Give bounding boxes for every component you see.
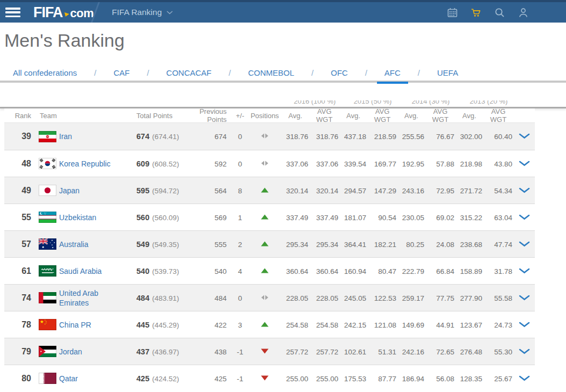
fifa-logo-com: com	[70, 8, 94, 19]
total-points-cell: 484(483.91)	[129, 293, 186, 303]
cart-icon[interactable]	[471, 8, 481, 18]
avg-cell: 339.54	[339, 159, 367, 169]
avg-wgt-cell: 72.95	[425, 186, 455, 195]
team-link[interactable]: Jordan	[59, 347, 82, 356]
avg-cell: 123.67	[455, 320, 483, 330]
calendar-icon[interactable]	[447, 8, 458, 18]
expand-row-chevron-icon[interactable]	[513, 239, 535, 249]
team-cell: Qatar	[59, 374, 129, 383]
avg-cell: 181.07	[339, 213, 367, 222]
team-cell: Saudi Arabia	[59, 266, 129, 276]
avg-cell: 243.16	[397, 186, 425, 195]
team-cell: Japan	[59, 186, 129, 195]
rank-cell: 80	[4, 374, 35, 383]
avg-wgt-cell: 255.00	[309, 374, 339, 383]
avg-wgt-cell: 169.77	[367, 159, 397, 169]
avg-wgt-cell: 218.59	[367, 132, 397, 141]
tab-all-confederations[interactable]: All confederations	[5, 63, 84, 82]
section-dropdown[interactable]: FIFA Ranking	[112, 8, 173, 17]
team-link[interactable]: United Arab Emirates	[59, 289, 98, 307]
expand-row-chevron-icon[interactable]	[513, 159, 535, 169]
avg-cell: 295.34	[281, 239, 309, 249]
team-link[interactable]: China PR	[59, 321, 91, 329]
col-header-previous-points: Previous Points	[186, 107, 232, 124]
avg-wgt-cell: 56.08	[425, 374, 455, 383]
expand-row-chevron-icon[interactable]	[513, 320, 535, 330]
expand-row-chevron-icon[interactable]	[513, 374, 535, 383]
expand-row-chevron-icon[interactable]	[513, 132, 535, 141]
avg-wgt-cell: 47.74	[483, 239, 513, 249]
team-link[interactable]: Korea Republic	[59, 159, 111, 168]
team-cell: Iran	[59, 132, 129, 141]
user-icon[interactable]	[518, 8, 528, 18]
tab-conmebol[interactable]: CONMEBOL	[241, 63, 302, 82]
plus-minus-cell: 0	[232, 132, 248, 141]
tab-ofc[interactable]: OFC	[323, 63, 355, 82]
tab-caf[interactable]: CAF	[106, 63, 137, 82]
avg-wgt-cell: 337.49	[309, 213, 339, 222]
search-icon[interactable]	[495, 8, 505, 18]
plus-minus-cell: 8	[232, 186, 248, 195]
team-link[interactable]: Qatar	[59, 374, 78, 383]
avg-cell: 294.57	[339, 186, 367, 195]
expand-row-chevron-icon[interactable]	[513, 213, 535, 222]
team-cell: United Arab Emirates	[59, 288, 129, 308]
tab-separator: /	[94, 68, 96, 77]
tab-concacaf[interactable]: CONCACAF	[159, 63, 219, 82]
positions-trend-same-icon	[248, 293, 281, 303]
tab-afc[interactable]: AFC	[377, 63, 408, 82]
fifa-logo-text: FIFA	[33, 5, 63, 20]
previous-points-cell: 422	[186, 320, 232, 330]
expand-row-chevron-icon[interactable]	[513, 186, 535, 195]
col-header-positions: Positions	[248, 112, 281, 120]
col-header-avgwgt-2015: AVG WGT	[367, 107, 397, 124]
tab-separator: /	[365, 68, 367, 77]
avg-cell: 186.94	[397, 374, 425, 383]
table-row: 49Japan595(594.72)5648320.14320.14294.57…	[4, 177, 535, 204]
rank-cell: 74	[4, 293, 35, 303]
table-row: 55Uzbekistan560(560.09)5691337.49337.491…	[4, 204, 535, 230]
team-link[interactable]: Uzbekistan	[59, 213, 96, 222]
previous-points-cell: 592	[186, 159, 232, 169]
avg-cell: 271.72	[455, 186, 483, 195]
expand-row-chevron-icon[interactable]	[513, 266, 535, 276]
team-link[interactable]: Japan	[59, 186, 79, 195]
plus-minus-cell: 4	[232, 266, 248, 276]
flag-jordan-icon	[35, 346, 59, 357]
avg-wgt-cell: 257.72	[309, 347, 339, 357]
avg-wgt-cell: 43.80	[483, 159, 513, 169]
menu-icon[interactable]	[5, 7, 20, 18]
avg-cell: 337.06	[281, 159, 309, 169]
avg-wgt-cell: 337.06	[309, 159, 339, 169]
avg-wgt-cell: 320.14	[309, 186, 339, 195]
avg-wgt-cell: 25.67	[483, 374, 513, 383]
section-dropdown-label: FIFA Ranking	[112, 8, 162, 17]
col-header-avg-2013: Avg.	[455, 112, 483, 120]
tab-uefa[interactable]: UEFA	[430, 63, 466, 82]
team-link[interactable]: Iran	[59, 132, 72, 141]
avg-cell: 80.25	[397, 239, 425, 249]
col-header-plus-minus: +/-	[232, 112, 248, 120]
team-cell: Jordan	[59, 347, 129, 357]
flag-uzbekistan-icon	[35, 212, 59, 223]
tab-separator: /	[147, 68, 149, 77]
avg-cell: 245.05	[339, 293, 367, 303]
avg-cell: 102.61	[339, 347, 367, 357]
col-header-rank: Rank	[4, 112, 35, 120]
avg-wgt-cell: 66.84	[425, 266, 455, 276]
total-points-cell: 445(445.29)	[129, 320, 186, 330]
avg-cell: 364.41	[339, 239, 367, 249]
team-link[interactable]: Australia	[59, 240, 88, 249]
avg-wgt-cell: 44.91	[425, 320, 455, 330]
expand-row-chevron-icon[interactable]	[513, 347, 535, 357]
expand-row-chevron-icon[interactable]	[513, 293, 535, 303]
total-points-cell: 437(436.97)	[129, 347, 186, 357]
avg-cell: 337.49	[281, 213, 309, 222]
col-header-total-points: Total Points	[129, 112, 186, 120]
fifa-logo[interactable]: FIFA com	[33, 5, 93, 20]
team-link[interactable]: Saudi Arabia	[59, 267, 101, 275]
table-row: 39Iran674(674.41)6740318.76318.76437.182…	[4, 123, 535, 150]
avg-wgt-cell: 60.40	[483, 132, 513, 141]
avg-wgt-cell: 295.34	[309, 239, 339, 249]
flag-korea-icon	[35, 158, 59, 169]
